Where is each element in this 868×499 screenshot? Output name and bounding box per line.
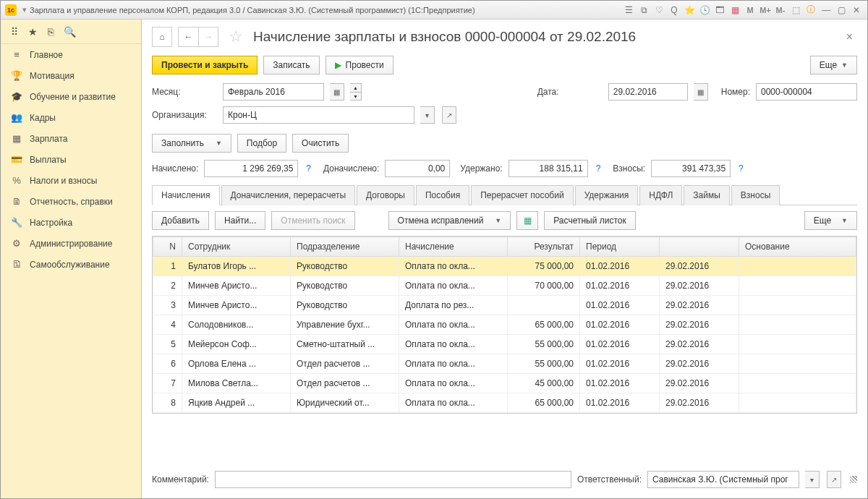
tab[interactable]: Займы <box>684 185 730 205</box>
month-label: Месяц: <box>152 87 217 97</box>
more-button[interactable]: Еще▼ <box>810 56 857 74</box>
month-spinner[interactable]: ▲▼ <box>350 83 362 101</box>
maximize-icon[interactable]: ▢ <box>835 4 848 17</box>
comment-input[interactable] <box>215 471 571 488</box>
sidebar-item[interactable]: 🔧Настройка <box>1 212 141 233</box>
table-row[interactable]: 6 Орлова Елена ... Отдел расчетов ... Оп… <box>153 354 856 374</box>
back-button[interactable]: ← <box>178 27 198 47</box>
tb-tool-icon[interactable]: ▦ <box>728 4 741 17</box>
tabs: НачисленияДоначисления, перерасчетыДогов… <box>152 184 857 205</box>
resize-grip[interactable] <box>850 476 857 483</box>
tab[interactable]: НДФЛ <box>639 185 682 205</box>
calendar-icon[interactable]: ▦ <box>330 83 344 101</box>
sidebar-item[interactable]: 🗎Отчетность, справки <box>1 191 141 212</box>
sidebar-item[interactable]: ▦Зарплата <box>1 128 141 149</box>
column-header[interactable]: Основание <box>739 237 856 257</box>
info-icon[interactable]: ⓘ <box>804 4 817 17</box>
home-button[interactable]: ⌂ <box>152 27 172 47</box>
month-input[interactable]: Февраль 2016 <box>223 83 324 101</box>
table-row[interactable]: 5 Мейерсон Соф... Сметно-штатный ... Опл… <box>153 335 856 354</box>
column-header[interactable]: Начисление <box>399 237 508 257</box>
tab[interactable]: Взносы <box>731 185 780 205</box>
table-row[interactable]: 8 Яцкив Андрей ... Юридический от... Опл… <box>153 393 856 413</box>
cancel-search-button[interactable]: Отменить поиск <box>271 211 354 230</box>
tb-tool-icon[interactable]: ☰ <box>622 4 635 17</box>
m-minus-button[interactable]: M- <box>774 4 787 17</box>
help-icon[interactable]: ? <box>594 163 603 174</box>
help-icon[interactable]: ? <box>304 163 313 174</box>
open-icon[interactable]: ↗ <box>827 471 841 488</box>
tab[interactable]: Удержания <box>575 185 639 205</box>
open-icon[interactable]: ↗ <box>442 106 456 124</box>
minimize-icon[interactable]: — <box>820 4 833 17</box>
star-icon[interactable]: ★ <box>28 26 38 38</box>
columns-icon[interactable]: ▦ <box>516 211 538 230</box>
sidebar-item[interactable]: ≡Главное <box>1 44 141 65</box>
tb-tool-icon[interactable]: Q <box>668 4 681 17</box>
dropdown-icon[interactable]: ▾ <box>805 471 820 488</box>
responsible-input[interactable]: Савинская З.Ю. (Системный прог <box>647 471 799 488</box>
sidebar-item[interactable]: 👥Кадры <box>1 107 141 128</box>
dropdown-icon[interactable]: ▾ <box>420 106 435 124</box>
tb-tool-icon[interactable]: 🗔 <box>713 4 726 17</box>
find-button[interactable]: Найти... <box>215 211 265 230</box>
column-header[interactable] <box>660 237 739 257</box>
pick-button[interactable]: Подбор <box>237 134 286 153</box>
sidebar-item[interactable]: %Налоги и взносы <box>1 170 141 191</box>
date-input[interactable]: 29.02.2016 <box>608 83 688 101</box>
tab[interactable]: Доначисления, перерасчеты <box>221 185 355 205</box>
post-button[interactable]: ▶Провести <box>326 56 393 74</box>
sidebar-item[interactable]: 💳Выплаты <box>1 149 141 170</box>
tb-tool-icon[interactable]: ⧉ <box>637 4 650 17</box>
sidebar-item[interactable]: 🎓Обучение и развитие <box>1 86 141 107</box>
cancel-corrections-button[interactable]: Отмена исправлений▼ <box>388 211 511 230</box>
table-row[interactable]: 2 Минчев Аристо... Руководство Оплата по… <box>153 276 856 296</box>
close-icon[interactable]: ✕ <box>850 4 863 17</box>
fill-button[interactable]: Заполнить▼ <box>152 134 231 153</box>
table-row[interactable]: 3 Минчев Аристо... Руководство Доплата п… <box>153 296 856 315</box>
sidebar-item[interactable]: 🏆Мотивация <box>1 65 141 86</box>
close-page-button[interactable]: × <box>842 30 857 43</box>
table-row[interactable]: 7 Милова Светла... Отдел расчетов ... Оп… <box>153 374 856 393</box>
forward-button[interactable]: → <box>198 27 218 47</box>
tb-tool-icon[interactable]: ♡ <box>652 4 665 17</box>
titlebar-tools: ☰ ⧉ ♡ Q ⭐ 🕓 🗔 ▦ M M+ M- ⬚ ⓘ — ▢ ✕ <box>622 4 863 17</box>
m-button[interactable]: M <box>744 4 757 17</box>
number-input[interactable]: 0000-000004 <box>756 83 857 101</box>
tab[interactable]: Перерасчет пособий <box>471 185 573 205</box>
favorite-icon[interactable]: ☆ <box>229 27 243 46</box>
column-header[interactable]: Сотрудник <box>182 237 291 257</box>
search-icon[interactable]: 🔍 <box>64 26 76 38</box>
pin-icon[interactable]: ⎘ <box>48 26 54 38</box>
withheld-value: 188 315,11 <box>509 160 588 177</box>
tab[interactable]: Пособия <box>416 185 469 205</box>
column-header[interactable]: N <box>153 237 182 257</box>
sidebar-item-label: Налоги и взносы <box>30 176 97 186</box>
tb-tool-icon[interactable]: ⭐ <box>683 4 696 17</box>
sidebar-item[interactable]: 🖻Самообслуживание <box>1 254 141 275</box>
payslip-button[interactable]: Расчетный листок <box>544 211 635 230</box>
org-input[interactable]: Крон-Ц <box>223 106 414 124</box>
save-button[interactable]: Записать <box>263 56 319 74</box>
column-header[interactable]: Подразделение <box>291 237 399 257</box>
table-row[interactable]: 4 Солодовников... Управление бухг... Опл… <box>153 315 856 335</box>
layout-icon[interactable]: ⬚ <box>789 4 802 17</box>
dropdown-icon[interactable]: ▾ <box>22 5 27 14</box>
tb-tool-icon[interactable]: 🕓 <box>698 4 711 17</box>
help-icon[interactable]: ? <box>736 163 746 174</box>
sidebar-item[interactable]: ⚙Администрирование <box>1 233 141 254</box>
column-header[interactable]: Период <box>580 237 660 257</box>
tab[interactable]: Договоры <box>357 185 414 205</box>
sidebar-item-label: Самообслуживание <box>30 260 110 270</box>
tab[interactable]: Начисления <box>152 185 220 205</box>
add-button[interactable]: Добавить <box>152 211 209 230</box>
table-row[interactable]: 1 Булатов Игорь ... Руководство Оплата п… <box>153 257 856 276</box>
m-plus-button[interactable]: M+ <box>759 4 772 17</box>
clear-button[interactable]: Очистить <box>292 134 349 153</box>
tab-more-button[interactable]: Еще▼ <box>804 211 857 230</box>
post-and-close-button[interactable]: Провести и закрыть <box>152 56 258 74</box>
calendar-icon[interactable]: ▦ <box>694 83 708 101</box>
apps-icon[interactable]: ⠿ <box>11 26 18 38</box>
sidebar-item-label: Кадры <box>30 113 56 123</box>
column-header[interactable]: Результат <box>508 237 580 257</box>
